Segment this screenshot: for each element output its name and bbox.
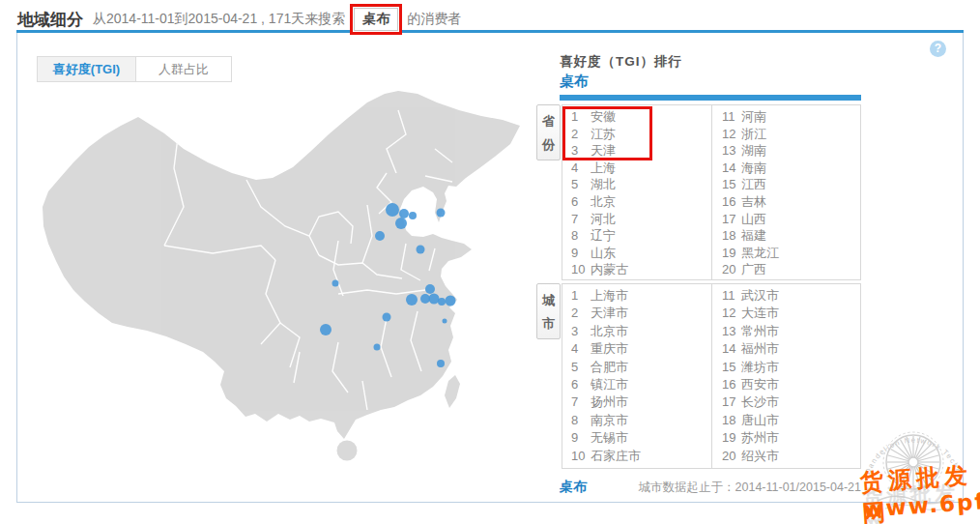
map-bubble (437, 360, 445, 367)
ranking-title: 喜好度（TGI）排行 (560, 53, 682, 71)
map-bubble (429, 294, 440, 305)
page: 地域细分 从2014-11-01到2015-04-21 , 171天来搜索 桌布… (0, 0, 980, 524)
highlight-box-keyword: 桌布 (350, 4, 402, 35)
china-map (19, 91, 536, 503)
map-bubble (417, 246, 425, 254)
ranking-accent-bar (560, 95, 861, 101)
rank-item: 19苏州市 (722, 429, 860, 447)
rank-item: 17山西 (722, 211, 860, 228)
rank-item: 7扬州市 (571, 393, 711, 411)
rank-item: 15江西 (722, 176, 860, 193)
map-bubble (332, 280, 339, 287)
rank-item: 8南京市 (571, 412, 711, 429)
city-col-left: 1上海市2天津市3北京市4重庆市5合肥市6镇江市7扬州市8南京市9无锡市10石家… (562, 284, 711, 468)
rank-item: 10石家庄市 (571, 448, 711, 465)
city-col-right: 11武汉市12大连市13常州市14福州市15潍坊市16西安市17长沙市18唐山市… (711, 284, 860, 468)
map-bubble (438, 298, 446, 306)
page-title: 地域细分 (17, 9, 83, 31)
rank-item: 4重庆市 (571, 340, 711, 358)
map-bubble (406, 294, 418, 306)
rank-item: 6北京 (571, 193, 711, 211)
rank-item: 13湖南 (722, 142, 860, 160)
header-suffix: 的消费者 (407, 11, 461, 28)
rank-item: 14福州市 (722, 340, 860, 358)
rank-item: 12大连市 (722, 305, 860, 322)
rank-item: 20广西 (722, 261, 860, 278)
province-label: 省份 (536, 104, 561, 160)
city-rank-table: 1上海市2天津市3北京市4重庆市5合肥市6镇江市7扬州市8南京市9无锡市10石家… (562, 283, 861, 469)
rank-item: 11武汉市 (722, 287, 860, 305)
rank-item: 4上海 (571, 160, 711, 177)
rank-item: 11河南 (722, 108, 860, 126)
rank-item: 18唐山市 (722, 412, 860, 429)
rank-item: 5湖北 (571, 176, 711, 193)
tab-bar: 喜好度(TGI) 人群占比 (37, 56, 232, 82)
map-bubble (443, 319, 447, 324)
tab-crowd-share[interactable]: 人群占比 (135, 56, 232, 82)
rank-item: 1上海市 (571, 287, 711, 305)
footer-date-note: 城市数据起止于：2014-11-01/2015-04-21 (639, 480, 861, 496)
keyword-chip: 桌布 (354, 8, 398, 31)
rank-item: 14海南 (722, 160, 860, 177)
ranking-keyword-link[interactable]: 桌布 (560, 73, 589, 91)
rank-item: 7河北 (571, 211, 711, 228)
rank-item: 15潍坊市 (722, 359, 860, 376)
map-bubble (437, 209, 446, 218)
rank-item: 19黑龙江 (722, 245, 860, 262)
rank-item: 17长沙市 (722, 393, 860, 411)
map-bubble (374, 344, 381, 351)
date-range-text: 从2014-11-01到2015-04-21 , 171天来搜索 (93, 11, 345, 28)
rank-item: 13常州市 (722, 323, 860, 340)
map-bubble (383, 313, 391, 322)
rank-item: 16西安市 (722, 376, 860, 393)
rank-item: 6镇江市 (571, 376, 711, 393)
header: 地域细分 从2014-11-01到2015-04-21 , 171天来搜索 桌布… (17, 6, 461, 33)
ranking-footer: 桌布 城市数据起止于：2014-11-01/2015-04-21 (560, 478, 861, 496)
map-bubble (399, 209, 409, 218)
hainan-shape (337, 441, 358, 461)
rank-item: 16吉林 (722, 193, 860, 211)
rank-item: 2天津市 (571, 305, 711, 322)
map-bubble (386, 203, 399, 217)
map-bubble (375, 231, 385, 241)
rank-item: 9山东 (571, 245, 711, 262)
footer-keyword-link[interactable]: 桌布 (560, 479, 587, 494)
help-icon[interactable]: ? (930, 41, 946, 57)
map-bubble (409, 212, 417, 219)
province-col-right: 11河南12浙江13湖南14海南15江西16吉林17山西18福建19黑龙江20广… (711, 105, 860, 279)
rank-item: 12浙江 (722, 126, 860, 143)
map-bubble (395, 218, 407, 229)
rank-item: 5合肥市 (571, 359, 711, 376)
rank-item: 20绍兴市 (722, 448, 860, 465)
highlight-box-top3 (562, 106, 652, 160)
map-bubble (446, 296, 456, 306)
map-bubble (320, 324, 331, 335)
taiwan-shape (445, 375, 460, 408)
rank-item: 3北京市 (571, 323, 711, 340)
main-panel: 喜好度(TGI) 人群占比 ? (16, 33, 964, 503)
tab-tgi[interactable]: 喜好度(TGI) (37, 56, 136, 82)
rank-item: 10内蒙古 (571, 261, 711, 278)
city-label: 城市 (536, 283, 561, 339)
rank-item: 9无锡市 (571, 429, 711, 447)
map-bubble (425, 284, 435, 294)
rank-item: 8辽宁 (571, 227, 711, 245)
rank-item: 18福建 (722, 227, 860, 245)
